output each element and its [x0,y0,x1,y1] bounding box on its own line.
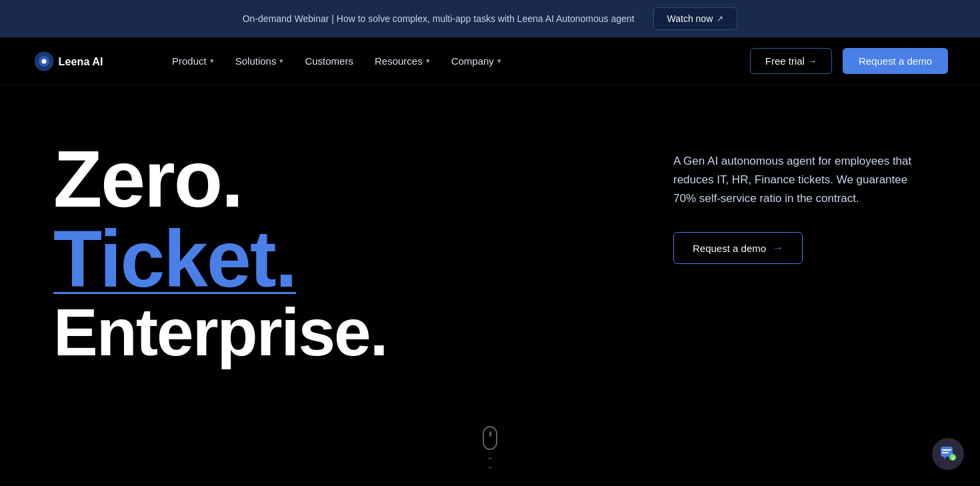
hero-line2: Ticket. [53,219,520,299]
chevron-down-icon-company: ▾ [497,57,501,65]
chevron-down-icon-resources: ▾ [426,57,430,65]
arrow-icon-hero-cta: → [773,242,783,254]
leena-ai-logo: Leena AI [32,49,140,73]
hero-description: A Gen AI autonomous agent for employees … [673,152,927,208]
nav-item-product[interactable]: Product ▾ [172,55,214,67]
hero-cta-label: Request a demo [693,243,766,254]
scroll-chevrons: ⌄ ⌄ [487,453,493,470]
nav-label-solutions: Solutions [235,55,277,67]
svg-text:✓: ✓ [951,455,956,461]
scroll-mouse-icon [483,426,497,450]
nav-label-customers: Customers [305,55,353,67]
svg-text:Leena AI: Leena AI [59,55,103,67]
nav-left: Leena AI Product ▾ Solutions ▾ Customers… [32,49,501,73]
scroll-chevron-1: ⌄ [487,453,493,461]
hero-left: Zero. Ticket. Enterprise. [53,139,520,365]
chevron-down-icon-product: ▾ [210,57,214,65]
nav-label-resources: Resources [375,55,423,67]
hero-right: A Gen AI autonomous agent for employees … [673,139,927,264]
nav-item-customers[interactable]: Customers [305,55,353,67]
scroll-chevron-2: ⌄ [487,462,493,470]
nav-right: Free trial → Request a demo [750,48,948,74]
nav-item-company[interactable]: Company ▾ [451,55,501,67]
chat-widget-button[interactable]: ✓ [932,438,964,470]
svg-marker-7 [943,457,946,459]
chat-icon: ✓ [939,445,957,463]
chevron-down-icon-solutions: ▾ [279,57,283,65]
banner-text: On-demand Webinar | How to solve complex… [243,13,635,24]
svg-rect-6 [942,452,949,453]
free-trial-label: Free trial [765,55,805,67]
top-banner: On-demand Webinar | How to solve complex… [0,0,980,37]
request-demo-button[interactable]: Request a demo [843,48,948,74]
scroll-wheel [489,431,491,437]
external-link-icon: ↗ [717,14,723,23]
main-nav: Leena AI Product ▾ Solutions ▾ Customers… [0,37,980,85]
logo[interactable]: Leena AI [32,49,140,73]
nav-links: Product ▾ Solutions ▾ Customers Resource… [172,55,501,67]
nav-label-product: Product [172,55,207,67]
request-demo-label: Request a demo [859,55,932,67]
svg-point-2 [41,59,46,63]
hero-section: Zero. Ticket. Enterprise. A Gen AI auton… [0,85,980,486]
hero-line1: Zero. [53,139,520,219]
hero-line3: Enterprise. [53,299,520,365]
hero-request-demo-button[interactable]: Request a demo → [673,232,803,264]
svg-rect-5 [942,449,951,451]
free-trial-button[interactable]: Free trial → [750,48,832,74]
nav-label-company: Company [451,55,494,67]
nav-item-solutions[interactable]: Solutions ▾ [235,55,284,67]
nav-item-resources[interactable]: Resources ▾ [375,55,430,67]
watch-now-label: Watch now [667,13,713,24]
scroll-indicator: ⌄ ⌄ [483,426,497,470]
arrow-icon-free-trial: → [809,57,817,66]
watch-now-button[interactable]: Watch now ↗ [653,7,738,30]
